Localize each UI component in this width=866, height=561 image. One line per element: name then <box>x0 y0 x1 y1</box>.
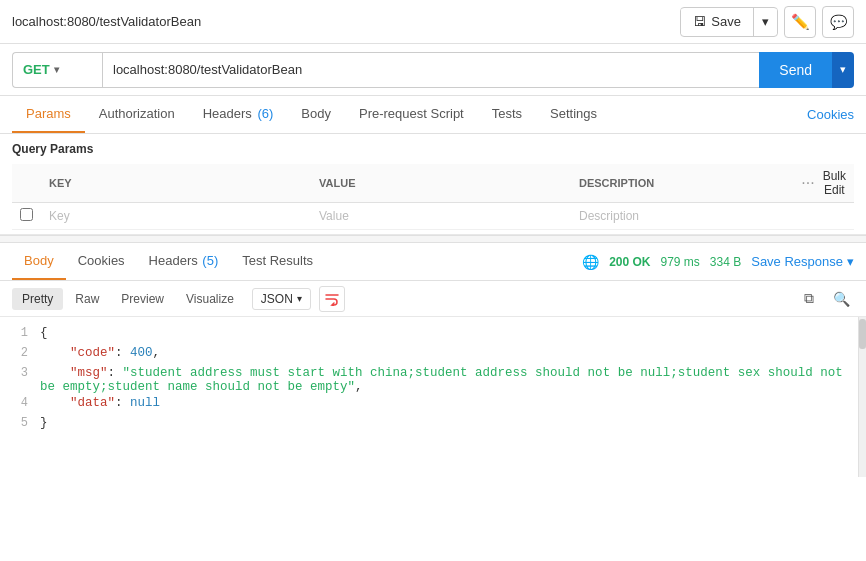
request-tabs-row: Params Authorization Headers (6) Body Pr… <box>0 96 866 134</box>
row-value[interactable]: Value <box>311 203 571 230</box>
tab-prerequest[interactable]: Pre-request Script <box>345 96 478 133</box>
col-key: KEY <box>41 164 311 203</box>
line-content-4: "data": null <box>40 396 866 414</box>
row-key[interactable]: Key <box>41 203 311 230</box>
code-line-1: 1 { <box>0 325 866 345</box>
method-select[interactable]: GET ▾ <box>12 52 102 88</box>
code-line-3: 3 "msg": "student address must start wit… <box>0 365 866 395</box>
edit-icon-button[interactable]: ✏️ <box>784 6 816 38</box>
col-checkbox <box>12 164 41 203</box>
globe-icon: 🌐 <box>582 254 599 270</box>
url-bar: GET ▾ Send ▾ <box>0 44 866 96</box>
response-time: 979 ms <box>661 255 700 269</box>
format-left: Pretty Raw Preview Visualize JSON ▾ <box>12 286 345 312</box>
scrollbar-thumb <box>859 319 866 349</box>
line-content-3: "msg": "student address must start with … <box>40 366 866 394</box>
comment-icon-button[interactable]: 💬 <box>822 6 854 38</box>
row-actions <box>793 203 854 230</box>
tab-headers[interactable]: Headers (6) <box>189 96 288 133</box>
code-response-body: 1 { 2 "code": 400, 3 "msg": "student add… <box>0 317 866 477</box>
save-btn-group: 🖫 Save ▾ <box>680 7 778 37</box>
format-actions: ⧉ 🔍 <box>796 286 854 312</box>
format-tabs: Pretty Raw Preview Visualize <box>12 288 244 310</box>
line-content-5: } <box>40 416 866 434</box>
line-num-2: 2 <box>0 346 40 364</box>
line-num-1: 1 <box>0 326 40 344</box>
title-actions: 🖫 Save ▾ ✏️ 💬 <box>680 6 854 38</box>
fmt-tab-visualize[interactable]: Visualize <box>176 288 244 310</box>
response-size: 334 B <box>710 255 741 269</box>
response-tab-headers[interactable]: Headers (5) <box>137 243 231 280</box>
status-badge: 200 OK <box>609 255 650 269</box>
tab-body[interactable]: Body <box>287 96 345 133</box>
row-description[interactable]: Description <box>571 203 793 230</box>
format-bar: Pretty Raw Preview Visualize JSON ▾ ⧉ 🔍 <box>0 281 866 317</box>
tab-authorization[interactable]: Authorization <box>85 96 189 133</box>
col-description: DESCRIPTION <box>571 164 793 203</box>
row-checkbox-input[interactable] <box>20 208 33 221</box>
line-content-1: { <box>40 326 866 344</box>
fmt-tab-preview[interactable]: Preview <box>111 288 174 310</box>
response-tab-body[interactable]: Body <box>12 243 66 280</box>
save-dropdown-button[interactable]: ▾ <box>754 9 777 34</box>
tab-params[interactable]: Params <box>12 96 85 133</box>
tab-settings[interactable]: Settings <box>536 96 611 133</box>
send-btn-group: Send ▾ <box>759 52 854 88</box>
url-input[interactable] <box>102 52 759 88</box>
fmt-tab-raw[interactable]: Raw <box>65 288 109 310</box>
code-line-4: 4 "data": null <box>0 395 866 415</box>
table-row: Key Value Description <box>12 203 854 230</box>
line-content-2: "code": 400, <box>40 346 866 364</box>
response-tabs-row: Body Cookies Headers (5) Test Results 🌐 … <box>0 243 866 281</box>
query-params-title: Query Params <box>12 142 854 156</box>
response-tabs: Body Cookies Headers (5) Test Results <box>12 243 325 280</box>
page-title: localhost:8080/testValidatorBean <box>12 14 201 29</box>
code-line-5: 5 } <box>0 415 866 435</box>
response-meta: 🌐 200 OK 979 ms 334 B Save Response ▾ <box>582 254 854 270</box>
response-tab-testresults[interactable]: Test Results <box>230 243 325 280</box>
bulk-edit-button[interactable]: Bulk Edit <box>823 169 846 197</box>
wrap-icon <box>325 292 339 306</box>
send-dropdown-button[interactable]: ▾ <box>832 52 854 88</box>
format-select[interactable]: JSON ▾ <box>252 288 311 310</box>
save-response-chevron-icon: ▾ <box>847 254 854 269</box>
method-label: GET <box>23 62 50 77</box>
save-response-button[interactable]: Save Response ▾ <box>751 254 854 269</box>
code-line-2: 2 "code": 400, <box>0 345 866 365</box>
params-table: KEY VALUE DESCRIPTION ··· Bulk Edit Key … <box>12 164 854 230</box>
col-actions: ··· Bulk Edit <box>793 164 854 203</box>
search-button[interactable]: 🔍 <box>828 286 854 312</box>
line-num-4: 4 <box>0 396 40 414</box>
line-num-3: 3 <box>0 366 40 394</box>
title-bar: localhost:8080/testValidatorBean 🖫 Save … <box>0 0 866 44</box>
wrap-button[interactable] <box>319 286 345 312</box>
line-num-5: 5 <box>0 416 40 434</box>
more-options-button[interactable]: ··· <box>801 174 814 192</box>
response-tab-cookies[interactable]: Cookies <box>66 243 137 280</box>
save-response-label: Save Response <box>751 254 843 269</box>
send-button[interactable]: Send <box>759 52 832 88</box>
request-tabs: Params Authorization Headers (6) Body Pr… <box>12 96 611 133</box>
copy-button[interactable]: ⧉ <box>796 286 822 312</box>
row-checkbox <box>12 203 41 230</box>
params-section: Query Params KEY VALUE DESCRIPTION ··· B… <box>0 134 866 235</box>
col-value: VALUE <box>311 164 571 203</box>
fmt-tab-pretty[interactable]: Pretty <box>12 288 63 310</box>
cookies-link[interactable]: Cookies <box>807 107 854 122</box>
format-select-label: JSON <box>261 292 293 306</box>
save-icon: 🖫 <box>693 14 706 29</box>
format-chevron-icon: ▾ <box>297 293 302 304</box>
save-button[interactable]: 🖫 Save <box>681 9 753 34</box>
tab-tests[interactable]: Tests <box>478 96 536 133</box>
method-chevron-icon: ▾ <box>54 64 59 75</box>
section-divider <box>0 235 866 243</box>
scrollbar[interactable] <box>858 317 866 477</box>
